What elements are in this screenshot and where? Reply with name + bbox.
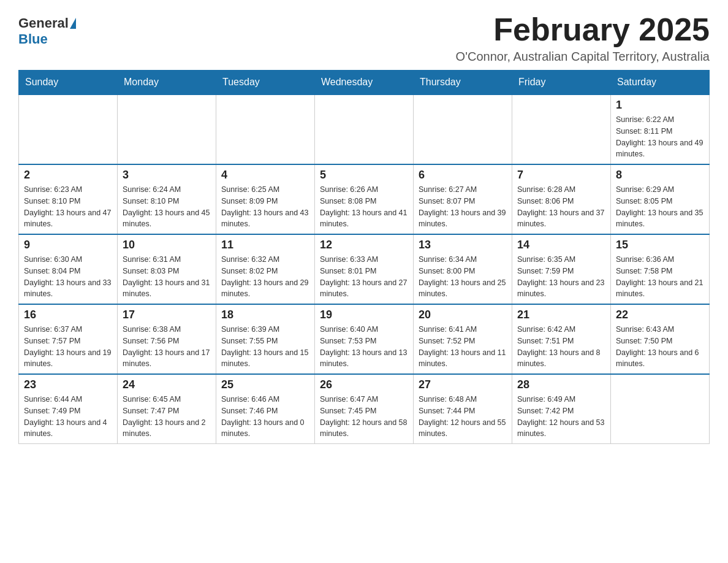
table-row [19, 94, 118, 164]
day-info: Sunrise: 6:32 AMSunset: 8:02 PMDaylight:… [221, 254, 309, 300]
day-info: Sunrise: 6:31 AMSunset: 8:03 PMDaylight:… [123, 254, 211, 300]
table-row: 7Sunrise: 6:28 AMSunset: 8:06 PMDaylight… [512, 164, 611, 234]
day-number: 19 [320, 308, 408, 321]
main-title: February 2025 [456, 12, 710, 47]
day-number: 18 [221, 308, 309, 321]
day-info: Sunrise: 6:38 AMSunset: 7:56 PMDaylight:… [123, 324, 211, 370]
day-info: Sunrise: 6:49 AMSunset: 7:42 PMDaylight:… [517, 394, 605, 440]
table-row: 9Sunrise: 6:30 AMSunset: 8:04 PMDaylight… [19, 234, 118, 304]
calendar-row-4: 23Sunrise: 6:44 AMSunset: 7:49 PMDayligh… [19, 374, 710, 444]
table-row: 4Sunrise: 6:25 AMSunset: 8:09 PMDaylight… [216, 164, 315, 234]
logo-triangle-icon [70, 18, 76, 29]
table-row [414, 94, 512, 164]
table-row: 5Sunrise: 6:26 AMSunset: 8:08 PMDaylight… [315, 164, 414, 234]
table-row: 18Sunrise: 6:39 AMSunset: 7:55 PMDayligh… [216, 304, 315, 374]
day-number: 13 [419, 239, 507, 251]
day-number: 20 [419, 308, 507, 321]
table-row: 20Sunrise: 6:41 AMSunset: 7:52 PMDayligh… [414, 304, 512, 374]
table-row [216, 94, 315, 164]
day-info: Sunrise: 6:33 AMSunset: 8:01 PMDaylight:… [320, 254, 408, 300]
day-number: 8 [616, 169, 704, 182]
table-row: 23Sunrise: 6:44 AMSunset: 7:49 PMDayligh… [19, 374, 118, 444]
table-row: 1Sunrise: 6:22 AMSunset: 8:11 PMDaylight… [611, 94, 710, 164]
day-number: 25 [221, 378, 309, 391]
table-row: 16Sunrise: 6:37 AMSunset: 7:57 PMDayligh… [19, 304, 118, 374]
calendar-row-0: 1Sunrise: 6:22 AMSunset: 8:11 PMDaylight… [19, 94, 710, 164]
title-area: February 2025 O'Connor, Australian Capit… [456, 12, 710, 64]
day-info: Sunrise: 6:48 AMSunset: 7:44 PMDaylight:… [419, 394, 507, 440]
day-info: Sunrise: 6:43 AMSunset: 7:50 PMDaylight:… [616, 324, 704, 370]
day-info: Sunrise: 6:44 AMSunset: 7:49 PMDaylight:… [24, 394, 112, 440]
calendar-row-2: 9Sunrise: 6:30 AMSunset: 8:04 PMDaylight… [19, 234, 710, 304]
table-row: 28Sunrise: 6:49 AMSunset: 7:42 PMDayligh… [512, 374, 611, 444]
table-row: 24Sunrise: 6:45 AMSunset: 7:47 PMDayligh… [118, 374, 216, 444]
day-number: 11 [221, 239, 309, 251]
col-wednesday: Wednesday [315, 71, 414, 95]
table-row: 19Sunrise: 6:40 AMSunset: 7:53 PMDayligh… [315, 304, 414, 374]
day-info: Sunrise: 6:24 AMSunset: 8:10 PMDaylight:… [123, 184, 211, 230]
calendar-row-3: 16Sunrise: 6:37 AMSunset: 7:57 PMDayligh… [19, 304, 710, 374]
table-row: 8Sunrise: 6:29 AMSunset: 8:05 PMDaylight… [611, 164, 710, 234]
day-number: 27 [419, 378, 507, 391]
day-info: Sunrise: 6:26 AMSunset: 8:08 PMDaylight:… [320, 184, 408, 230]
day-number: 12 [320, 239, 408, 251]
day-number: 15 [616, 239, 704, 251]
day-info: Sunrise: 6:45 AMSunset: 7:47 PMDaylight:… [123, 394, 211, 440]
logo-blue-text: Blue [18, 31, 48, 47]
day-info: Sunrise: 6:36 AMSunset: 7:58 PMDaylight:… [616, 254, 704, 300]
table-row: 25Sunrise: 6:46 AMSunset: 7:46 PMDayligh… [216, 374, 315, 444]
table-row: 26Sunrise: 6:47 AMSunset: 7:45 PMDayligh… [315, 374, 414, 444]
day-info: Sunrise: 6:34 AMSunset: 8:00 PMDaylight:… [419, 254, 507, 300]
day-number: 22 [616, 308, 704, 321]
day-number: 4 [221, 169, 309, 182]
day-number: 23 [24, 378, 112, 391]
table-row: 6Sunrise: 6:27 AMSunset: 8:07 PMDaylight… [414, 164, 512, 234]
day-info: Sunrise: 6:40 AMSunset: 7:53 PMDaylight:… [320, 324, 408, 370]
calendar-table: Sunday Monday Tuesday Wednesday Thursday… [18, 70, 710, 444]
day-info: Sunrise: 6:27 AMSunset: 8:07 PMDaylight:… [419, 184, 507, 230]
day-info: Sunrise: 6:41 AMSunset: 7:52 PMDaylight:… [419, 324, 507, 370]
day-info: Sunrise: 6:30 AMSunset: 8:04 PMDaylight:… [24, 254, 112, 300]
table-row: 15Sunrise: 6:36 AMSunset: 7:58 PMDayligh… [611, 234, 710, 304]
day-info: Sunrise: 6:29 AMSunset: 8:05 PMDaylight:… [616, 184, 704, 230]
day-number: 24 [123, 378, 211, 391]
table-row: 17Sunrise: 6:38 AMSunset: 7:56 PMDayligh… [118, 304, 216, 374]
table-row: 22Sunrise: 6:43 AMSunset: 7:50 PMDayligh… [611, 304, 710, 374]
table-row: 14Sunrise: 6:35 AMSunset: 7:59 PMDayligh… [512, 234, 611, 304]
table-row [315, 94, 414, 164]
calendar-header-row: Sunday Monday Tuesday Wednesday Thursday… [19, 71, 710, 95]
day-number: 7 [517, 169, 605, 182]
day-number: 26 [320, 378, 408, 391]
day-number: 28 [517, 378, 605, 391]
day-info: Sunrise: 6:23 AMSunset: 8:10 PMDaylight:… [24, 184, 112, 230]
day-info: Sunrise: 6:25 AMSunset: 8:09 PMDaylight:… [221, 184, 309, 230]
day-number: 2 [24, 169, 112, 182]
day-number: 21 [517, 308, 605, 321]
day-number: 6 [419, 169, 507, 182]
table-row: 2Sunrise: 6:23 AMSunset: 8:10 PMDaylight… [19, 164, 118, 234]
day-info: Sunrise: 6:37 AMSunset: 7:57 PMDaylight:… [24, 324, 112, 370]
day-number: 17 [123, 308, 211, 321]
day-info: Sunrise: 6:22 AMSunset: 8:11 PMDaylight:… [616, 114, 704, 160]
table-row: 21Sunrise: 6:42 AMSunset: 7:51 PMDayligh… [512, 304, 611, 374]
col-sunday: Sunday [19, 71, 118, 95]
day-number: 14 [517, 239, 605, 251]
col-monday: Monday [118, 71, 216, 95]
day-info: Sunrise: 6:46 AMSunset: 7:46 PMDaylight:… [221, 394, 309, 440]
day-number: 5 [320, 169, 408, 182]
table-row: 13Sunrise: 6:34 AMSunset: 8:00 PMDayligh… [414, 234, 512, 304]
subtitle: O'Connor, Australian Capital Territory, … [456, 50, 710, 64]
table-row [611, 374, 710, 444]
col-tuesday: Tuesday [216, 71, 315, 95]
table-row [512, 94, 611, 164]
table-row: 10Sunrise: 6:31 AMSunset: 8:03 PMDayligh… [118, 234, 216, 304]
day-info: Sunrise: 6:42 AMSunset: 7:51 PMDaylight:… [517, 324, 605, 370]
table-row: 3Sunrise: 6:24 AMSunset: 8:10 PMDaylight… [118, 164, 216, 234]
table-row [118, 94, 216, 164]
col-saturday: Saturday [611, 71, 710, 95]
table-row: 11Sunrise: 6:32 AMSunset: 8:02 PMDayligh… [216, 234, 315, 304]
day-number: 3 [123, 169, 211, 182]
logo: General Blue [18, 15, 77, 47]
day-number: 9 [24, 239, 112, 251]
calendar-row-1: 2Sunrise: 6:23 AMSunset: 8:10 PMDaylight… [19, 164, 710, 234]
